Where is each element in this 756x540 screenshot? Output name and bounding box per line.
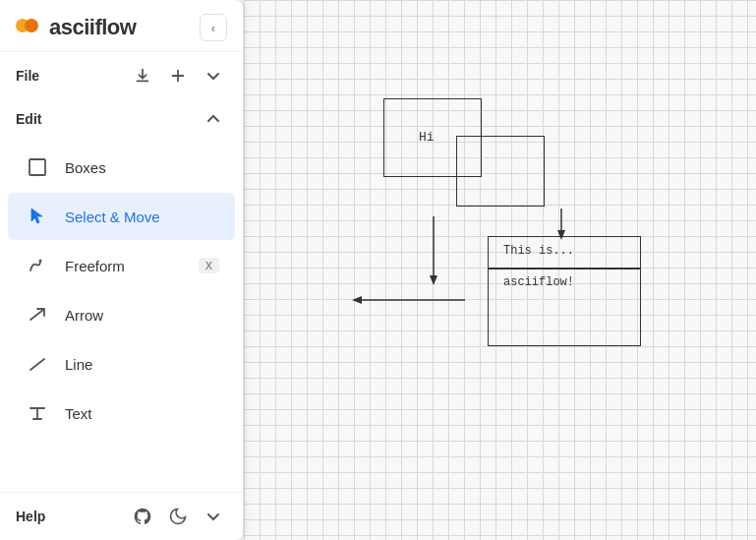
logo-row: asciiflow ‹ bbox=[0, 0, 243, 52]
collapse-sidebar-button[interactable]: ‹ bbox=[200, 14, 227, 41]
sidebar-item-text[interactable]: Text bbox=[8, 390, 235, 437]
box-icon bbox=[24, 153, 51, 181]
svg-line-5 bbox=[30, 359, 44, 370]
help-row: Help bbox=[0, 492, 243, 540]
sidebar-item-arrow[interactable]: Arrow bbox=[8, 291, 235, 338]
line-label: Line bbox=[65, 356, 219, 373]
logo: asciiflow bbox=[16, 15, 136, 40]
sidebar-item-line[interactable]: Line bbox=[8, 340, 235, 388]
file-expand-button[interactable] bbox=[200, 62, 227, 90]
edit-collapse-button[interactable] bbox=[200, 105, 227, 133]
help-label: Help bbox=[16, 509, 45, 524]
ascii-box-2 bbox=[456, 136, 545, 207]
freeform-shortcut: X bbox=[199, 258, 219, 273]
help-icons bbox=[129, 503, 227, 530]
text-label: Text bbox=[65, 405, 219, 422]
sidebar-item-boxes[interactable]: Boxes bbox=[8, 144, 235, 191]
logo-circle-right bbox=[25, 19, 38, 32]
sidebar-item-freeform[interactable]: Freeform X bbox=[8, 242, 235, 289]
svg-rect-2 bbox=[29, 159, 45, 175]
ascii-box-3-divider bbox=[488, 268, 641, 270]
select-move-label: Select & Move bbox=[65, 209, 219, 225]
sidebar: asciiflow ‹ File bbox=[0, 0, 244, 540]
freeform-icon bbox=[24, 252, 51, 279]
sidebar-item-select-move[interactable]: Select & Move bbox=[8, 193, 235, 240]
file-label: File bbox=[16, 68, 39, 84]
svg-marker-14 bbox=[352, 296, 362, 304]
edit-section-header: Edit bbox=[0, 95, 243, 139]
box3-text1: This is... bbox=[503, 244, 574, 258]
freeform-label: Freeform bbox=[65, 258, 185, 274]
line-icon bbox=[24, 350, 51, 378]
edit-label: Edit bbox=[16, 111, 41, 127]
add-button[interactable] bbox=[164, 62, 192, 90]
arrow-icon bbox=[24, 301, 51, 329]
boxes-label: Boxes bbox=[65, 159, 219, 176]
logo-icon bbox=[16, 17, 47, 38]
github-icon[interactable] bbox=[129, 503, 156, 530]
help-expand-icon[interactable] bbox=[200, 503, 227, 530]
moon-icon[interactable] bbox=[164, 503, 192, 530]
edit-menu-items: Boxes Select & Move Freeform X bbox=[0, 139, 243, 442]
file-section-header: File bbox=[0, 52, 243, 95]
svg-point-3 bbox=[39, 260, 42, 263]
svg-marker-10 bbox=[430, 275, 437, 285]
canvas[interactable]: Hi This is... asciiflow! bbox=[244, 0, 756, 540]
arrow-label: Arrow bbox=[65, 307, 219, 324]
box1-label: Hi bbox=[419, 130, 435, 145]
file-actions bbox=[129, 62, 227, 90]
svg-line-4 bbox=[30, 310, 43, 320]
cursor-icon bbox=[24, 203, 51, 230]
box3-text2: asciiflow! bbox=[503, 275, 574, 289]
text-icon bbox=[24, 399, 51, 427]
download-button[interactable] bbox=[129, 62, 156, 90]
logo-text: asciiflow bbox=[49, 15, 136, 40]
